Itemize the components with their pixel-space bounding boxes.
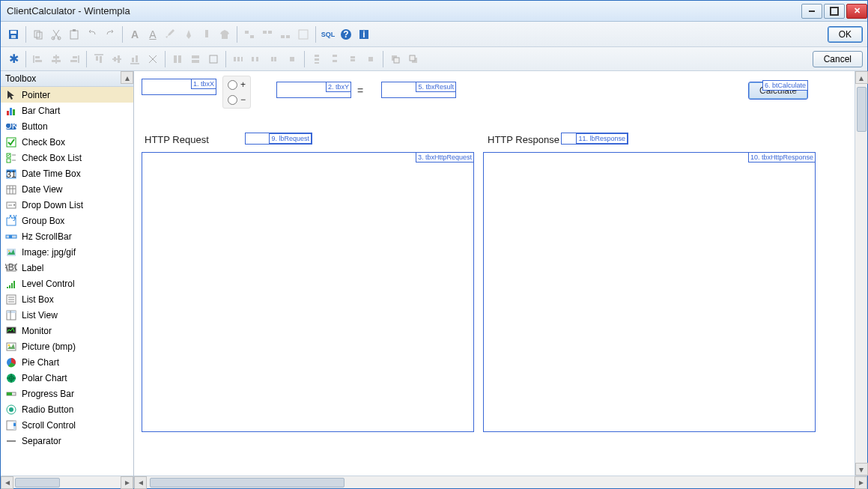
toolbox-item-scrollctl[interactable]: Scroll Control <box>1 417 133 433</box>
toolbox-item-picture[interactable]: Picture (bmp) <box>1 338 133 354</box>
toolbox-item-monitor[interactable]: Monitor <box>1 323 133 338</box>
toolbox-item-level[interactable]: Level Control <box>1 276 133 291</box>
toolbox-item-progress[interactable]: Progress Bar <box>1 386 133 401</box>
same-size-icon[interactable] <box>205 51 222 67</box>
align-bottom-icon[interactable] <box>127 51 143 67</box>
datetime-icon: 31 <box>5 168 17 180</box>
align-group4-icon[interactable] <box>295 26 312 43</box>
pen-icon[interactable] <box>180 26 197 43</box>
textbox-http-response[interactable]: 10. tbxHttpResponse <box>483 152 816 432</box>
copy-icon[interactable] <box>30 26 46 43</box>
toolbox-item-barchart[interactable]: Bar Chart <box>1 103 133 118</box>
scroll-down-icon[interactable]: ▾ <box>855 463 868 476</box>
toolbox-item-datetime[interactable]: 31Date Time Box <box>1 165 133 181</box>
calculate-button[interactable]: 6. btCalculate Calculate <box>748 82 808 100</box>
cut-icon[interactable] <box>48 26 64 43</box>
same-width-icon[interactable] <box>169 51 186 67</box>
toolbox-item-hscroll[interactable]: Hz ScrollBar <box>1 228 133 244</box>
toolbox-item-label[interactable]: ABCLabel <box>1 260 133 276</box>
scroll-up-button[interactable]: ▴ <box>121 71 133 84</box>
marker-icon[interactable] <box>198 26 215 43</box>
scroll-right-icon[interactable]: ▸ <box>855 476 867 489</box>
align-center-h-icon[interactable] <box>48 51 64 67</box>
send-back-icon[interactable] <box>405 51 422 67</box>
hspace-inc-icon[interactable] <box>248 51 264 67</box>
separator <box>315 26 316 43</box>
scroll-left-icon[interactable]: ◂ <box>134 476 147 489</box>
tshirt-icon[interactable] <box>216 26 233 43</box>
center-both-icon[interactable] <box>145 51 161 67</box>
toolbox-item-checkbox[interactable]: Check Box <box>1 134 133 150</box>
align-group1-icon[interactable] <box>241 26 258 43</box>
vspace-equal-icon[interactable] <box>309 51 325 67</box>
scrollbar-thumb[interactable] <box>15 478 60 488</box>
align-top-icon[interactable] <box>91 51 107 67</box>
textbox-result[interactable]: 5. tbxResult <box>381 82 456 98</box>
toolbox-item-listbox[interactable]: List Box <box>1 291 133 307</box>
vspace-remove-icon[interactable] <box>362 51 379 67</box>
align-group2-icon[interactable] <box>259 26 276 43</box>
scrollbar-thumb[interactable] <box>857 87 867 132</box>
http-response-label: HTTP Response <box>488 134 559 145</box>
radio-plus[interactable]: + <box>228 79 246 90</box>
ok-button[interactable]: OK <box>828 26 863 43</box>
http-response-label-tagbox[interactable]: 11. lbResponse <box>561 133 628 145</box>
align-group3-icon[interactable] <box>277 26 294 43</box>
font-bold-icon[interactable]: A <box>127 26 143 43</box>
bring-front-icon[interactable] <box>387 51 404 67</box>
align-middle-icon[interactable] <box>109 51 125 67</box>
separator <box>25 26 26 43</box>
cancel-button[interactable]: Cancel <box>813 51 863 67</box>
toolbox-item-separator[interactable]: Separator <box>1 433 133 449</box>
toolbox-item-listview[interactable]: List View <box>1 307 133 323</box>
font-underline-icon[interactable]: A <box>145 26 161 43</box>
canvas-vscrollbar[interactable]: ▴ ▾ <box>855 71 867 476</box>
toolbox-item-button[interactable]: OKButton <box>1 118 133 134</box>
info-icon[interactable]: i <box>356 26 372 43</box>
svg-rect-56 <box>333 55 337 57</box>
snowflake-icon[interactable]: ✱ <box>5 51 22 67</box>
scroll-up-icon[interactable]: ▴ <box>855 71 868 84</box>
textbox-y[interactable]: 2. tbxY <box>276 82 351 98</box>
canvas-hscrollbar[interactable]: ◂ ▸ <box>134 476 867 488</box>
design-canvas[interactable]: 1. tbxX + − 2. tbxY = 5. tbxResult 6. <box>134 71 855 476</box>
paste-icon[interactable] <box>66 26 82 43</box>
scroll-left-icon[interactable]: ◂ <box>1 476 13 489</box>
textbox-x[interactable]: 1. tbxX <box>142 79 216 95</box>
align-left-icon[interactable] <box>30 51 46 67</box>
radio-minus[interactable]: − <box>228 94 246 105</box>
sql-icon[interactable]: SQL <box>320 26 336 43</box>
svg-rect-49 <box>271 57 273 61</box>
pencil-icon[interactable] <box>163 26 179 43</box>
toolbox-item-pointer[interactable]: Pointer <box>1 87 133 103</box>
align-right-icon[interactable] <box>66 51 82 67</box>
vspace-dec-icon[interactable] <box>345 51 361 67</box>
close-button[interactable] <box>846 4 867 19</box>
toolbox-item-checkboxlist[interactable]: Check Box List <box>1 150 133 165</box>
maximize-button[interactable] <box>824 4 845 19</box>
save-icon[interactable] <box>5 26 22 43</box>
toolbox-item-piechart[interactable]: Pie Chart <box>1 354 133 370</box>
toolbox-item-radio[interactable]: Radio Button <box>1 401 133 417</box>
scrollbar-thumb[interactable] <box>150 478 345 488</box>
hspace-equal-icon[interactable] <box>230 51 246 67</box>
hspace-remove-icon[interactable] <box>284 51 300 67</box>
scroll-right-icon[interactable]: ▸ <box>121 476 133 489</box>
toolbox-item-image[interactable]: Image: jpg/gif <box>1 244 133 260</box>
textbox-http-request[interactable]: 3. tbxHttpRequest <box>142 152 474 432</box>
operator-radio-group[interactable]: + − <box>222 76 251 109</box>
svg-rect-46 <box>241 57 243 61</box>
minimize-button[interactable] <box>801 4 822 19</box>
http-request-label-tagbox[interactable]: 9. lbRequest <box>245 133 312 145</box>
help-icon[interactable]: ? <box>338 26 354 43</box>
redo-icon[interactable] <box>102 26 118 43</box>
toolbox-item-groupbox[interactable]: xyGroup Box <box>1 213 133 228</box>
hspace-dec-icon[interactable] <box>266 51 282 67</box>
same-height-icon[interactable] <box>187 51 204 67</box>
toolbox-item-dateview[interactable]: Date View <box>1 181 133 197</box>
toolbox-item-dropdown[interactable]: Drop Down List <box>1 197 133 213</box>
undo-icon[interactable] <box>84 26 100 43</box>
vspace-inc-icon[interactable] <box>327 51 343 67</box>
toolbox-item-polar[interactable]: Polar Chart <box>1 370 133 386</box>
toolbox-hscrollbar[interactable]: ◂ ▸ <box>1 476 133 488</box>
